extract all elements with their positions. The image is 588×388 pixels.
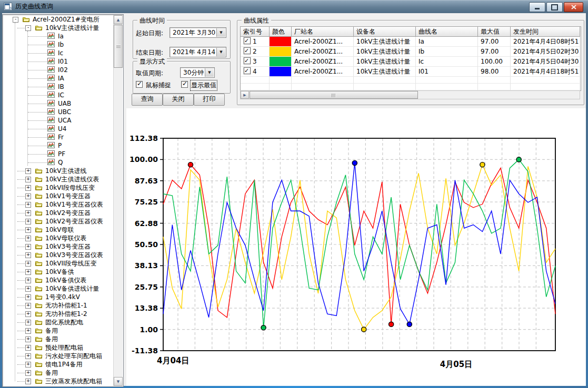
tree-expand-toggle[interactable]: + [25,261,31,267]
tree-expand-toggle[interactable]: + [25,269,31,275]
tree-node[interactable]: +1号变0.4kV [3,293,114,301]
tree-expand-toggle[interactable]: + [25,252,31,258]
tree-node[interactable]: +10kV主供进线 [3,167,114,175]
tree-node[interactable]: +无功补偿柜1-1 [3,301,114,310]
tree-expand-toggle[interactable]: + [25,185,31,191]
tree-node[interactable]: +10kV主供进线仪表 [3,175,114,183]
tree-node[interactable]: Ia [3,32,114,40]
tree-expand-toggle[interactable]: + [25,193,31,199]
tree-node[interactable]: PF [3,150,114,158]
tree-node[interactable]: +10kV2号变压器仪表 [3,217,114,226]
column-header[interactable]: 发生时间 [511,27,580,37]
tree-expand-toggle[interactable]: + [25,244,31,250]
tree-node[interactable]: +备用 [3,326,114,335]
start-date-picker[interactable]: 2021年 3月30 ▼ [170,27,226,38]
tree-expand-toggle[interactable]: + [25,345,31,351]
row-checkbox[interactable] [244,67,251,74]
tree-expand-toggle[interactable]: + [25,336,31,342]
row-checkbox[interactable] [244,47,251,54]
tree-node[interactable]: IA [3,74,114,83]
tree-expand-toggle[interactable]: - [13,17,18,23]
tree-expand-toggle[interactable]: + [25,236,31,241]
scroll-up-arrow-icon[interactable]: ▲ [114,15,123,24]
tree-expand-toggle[interactable]: + [25,168,31,174]
minimize-button[interactable] [529,2,545,12]
tree-scrollbar-thumb[interactable] [114,25,123,68]
tree-node[interactable]: +预处理配电箱 [3,343,114,352]
close-button[interactable] [564,2,583,12]
start-date-dropdown-arrow-icon[interactable]: ▼ [216,28,225,37]
tree-expand-toggle[interactable]: + [25,286,31,292]
tree-vertical-scrollbar[interactable]: ▲ ▼ [113,15,123,386]
tree-node[interactable]: UAB [3,99,114,108]
tree-node[interactable]: +10kV备供进线计量 [3,284,114,293]
tree-node[interactable]: IB [3,83,114,91]
print-button[interactable]: 打印 [194,94,225,106]
column-header[interactable]: 曲线名 [416,27,478,37]
scroll-down-arrow-icon[interactable]: ▼ [114,377,123,386]
tree-expand-toggle[interactable]: + [25,294,31,300]
tree-node[interactable]: Ib [3,40,114,49]
tree-expand-toggle[interactable]: + [25,370,31,376]
tree-node[interactable]: Fr [3,133,114,141]
tree-node[interactable]: +无功补偿柜1-2 [3,310,114,318]
row-checkbox[interactable] [244,37,251,44]
tree-node[interactable]: UCA [3,116,114,125]
period-combobox[interactable]: 30分钟 ▼ [180,67,215,78]
tree-expand-toggle[interactable]: - [25,25,31,31]
table-horizontal-scrollbar[interactable]: ◀ ▶ [240,90,580,99]
close-dialog-button[interactable]: 关闭 [163,94,194,106]
tree-expand-toggle[interactable]: + [25,227,31,233]
table-row[interactable]: 4Acrel-2000Z1...10kV主供进线计量I0198.002021年4… [241,67,581,77]
tree-expand-toggle[interactable]: + [25,320,31,325]
tree-expand-toggle[interactable]: + [25,210,31,216]
tree-node[interactable]: +10kV2号变压器 [3,209,114,217]
tree-node[interactable]: +10kV母联 [3,226,114,234]
tree-node[interactable]: Ic [3,49,114,57]
curve-properties-table[interactable]: 索引号颜色厂站名设备名曲线名最大值发生时间1Acrel-2000Z1...10k… [240,26,581,91]
column-header[interactable]: 颜色 [270,27,292,37]
tree-node[interactable]: +10kVII段母线压变 [3,259,114,268]
tree-node[interactable]: +备用 [3,369,114,377]
tree-node[interactable]: I01 [3,57,114,66]
end-date-picker[interactable]: 2021年 4月14 ▼ [170,47,226,57]
tree-node[interactable]: +10kVI段母线压变 [3,183,114,192]
tree-node[interactable]: +10kV3号变压器仪表 [3,251,114,259]
scroll-right-arrow-icon[interactable]: ▶ [241,91,249,99]
tree-node[interactable]: -10kV主供进线计量 [3,24,114,32]
tree-node[interactable]: IC [3,91,114,99]
table-row[interactable]: 3Acrel-2000Z1...10kV主供进线计量Ic100.002021年4… [241,57,581,67]
tree-expand-toggle[interactable]: + [25,303,31,309]
tree-node[interactable]: +10kV母联仪表 [3,234,114,242]
column-header[interactable]: 厂站名 [292,27,354,37]
device-tree[interactable]: -Acrel-2000Z1#变电所-10kV主供进线计量IaIbIcI01I02… [3,15,114,386]
tree-node[interactable]: Q [3,158,114,167]
tree-expand-toggle[interactable]: + [25,311,31,317]
tree-node[interactable]: +10kV1号变压器仪表 [3,200,114,209]
tree-node[interactable]: UBC [3,108,114,116]
tree-node[interactable]: +10kV备供仪表 [3,276,114,284]
tree-expand-toggle[interactable]: + [25,202,31,208]
show-extremes-checkbox[interactable] [181,81,188,88]
query-button[interactable]: 查询 [132,94,163,106]
maximize-button[interactable] [546,2,563,12]
table-row[interactable]: 2Acrel-2000Z1...10kV主供进线计量Ib97.002021年4月… [241,47,581,57]
tree-expand-toggle[interactable]: + [25,353,31,359]
column-header[interactable]: 设备名 [354,27,416,37]
column-header[interactable]: 索引号 [241,27,270,37]
tree-node[interactable]: U4 [3,125,114,133]
tree-expand-toggle[interactable]: + [25,328,31,334]
tree-node[interactable]: -Acrel-2000Z1#变电所 [3,15,114,24]
tree-node[interactable]: +馈电1P4备用 [3,360,114,369]
tree-node[interactable]: +固化系统配电 [3,318,114,326]
tree-expand-toggle[interactable]: + [25,278,31,283]
column-header[interactable]: 最大值 [478,27,511,37]
table-scrollbar-thumb[interactable] [250,91,418,99]
mouse-capture-checkbox[interactable] [136,81,143,88]
tree-expand-toggle[interactable]: + [25,219,31,224]
end-date-dropdown-arrow-icon[interactable]: ▼ [216,48,225,56]
tree-node[interactable]: P [3,141,114,150]
row-checkbox[interactable] [244,57,251,64]
tree-node[interactable]: +10kV3号变压器 [3,242,114,251]
tree-expand-toggle[interactable]: + [25,362,31,367]
